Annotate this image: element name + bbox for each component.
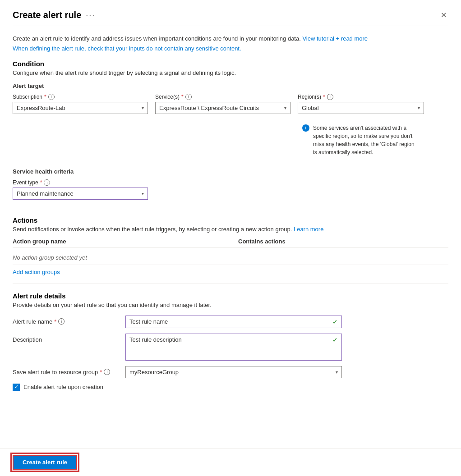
regions-info-box-icon: i [302,124,309,132]
alert-target-fields: Subscription * i ExpressRoute-Lab ▾ Serv… [13,94,448,160]
main-panel: Create alert rule ··· ✕ Create an alert … [0,0,461,476]
col-contains-header: Contains actions [238,238,286,245]
create-alert-rule-button[interactable]: Create alert rule [13,455,77,470]
more-options-icon[interactable]: ··· [86,10,95,20]
rule-name-info-icon[interactable]: i [58,318,65,325]
description-label: Description [13,334,116,343]
condition-section-desc: Configure when the alert rule should tri… [13,69,448,76]
divider-2 [13,284,448,284]
event-type-value: Planned maintenance [17,190,74,197]
regions-dropdown-arrow: ▾ [418,105,420,110]
sensitive-warning: When defining the alert rule, check that… [13,45,448,52]
event-type-info-icon[interactable]: i [44,179,50,186]
event-type-dropdown[interactable]: Planned maintenance ▾ [13,188,148,200]
alert-rule-details-section: Alert rule details Provide details on yo… [13,292,448,391]
regions-info-box-text: Some services aren't associated with a s… [313,124,420,156]
subscription-dropdown[interactable]: ExpressRoute-Lab ▾ [13,102,148,114]
regions-info-box: i Some services aren't associated with a… [298,120,424,160]
event-type-label: Event type * i [13,179,448,186]
rule-name-value: Test rule name [129,318,168,325]
description-value: Test rule description [129,336,182,343]
event-type-field-group: Event type * i Planned maintenance ▾ [13,179,448,200]
regions-label: Region(s) * i [298,94,424,100]
resource-group-info-icon[interactable]: i [104,369,110,375]
resource-group-dropdown[interactable]: myResourceGroup ▾ [125,366,342,378]
details-section-title: Alert rule details [13,292,448,300]
condition-section-title: Condition [13,60,448,68]
regions-info-icon[interactable]: i [327,94,333,100]
services-value: ExpressRoute \ ExpressRoute Circuits [159,105,259,111]
subscription-label: Subscription * i [13,94,148,100]
service-health-label: Service health criteria [13,168,448,175]
service-health-section: Service health criteria Event type * i P… [13,168,448,200]
services-dropdown-arrow: ▾ [284,105,286,110]
resource-group-row: Save alert rule to resource group * i my… [13,366,448,378]
alert-target-label: Alert target [13,82,448,89]
subscription-value: ExpressRoute-Lab [17,105,65,111]
event-type-dropdown-arrow: ▾ [142,191,144,196]
actions-section: Actions Send notifications or invoke act… [13,216,448,275]
subscription-required: * [44,94,46,100]
rule-name-row: Alert rule name * i Test rule name ✓ [13,316,448,328]
intro-text: Create an alert rule to identify and add… [13,34,448,43]
services-required: * [181,94,184,100]
event-type-required: * [40,179,42,186]
actions-table-header: Action group name Contains actions [13,238,448,248]
subscription-info-icon[interactable]: i [48,94,55,100]
description-input[interactable]: Test rule description ✓ [125,334,342,361]
rule-name-required: * [54,318,56,325]
resource-group-label: Save alert rule to resource group * i [13,366,116,375]
regions-value: Global [302,105,319,111]
col-action-group-header: Action group name [13,238,238,245]
footer: Create alert rule [0,448,461,476]
subscription-field-group: Subscription * i ExpressRoute-Lab ▾ [13,94,148,114]
title-row: Create alert rule ··· [13,10,95,20]
rule-name-label: Alert rule name * i [13,316,116,325]
details-section-desc: Provide details on your alert rule so th… [13,302,448,308]
view-tutorial-link[interactable]: View tutorial + read more [302,35,368,42]
divider-1 [13,208,448,208]
resource-group-required: * [100,369,102,375]
page-title: Create alert rule [13,10,81,20]
no-action-text: No action group selected yet [13,251,448,265]
enable-checkbox-row: ✓ Enable alert rule upon creation [13,384,448,391]
enable-checkbox[interactable]: ✓ [13,384,20,391]
actions-section-desc: Send notifications or invoke actions whe… [13,226,448,233]
checkbox-check-icon: ✓ [14,384,18,390]
services-info-icon[interactable]: i [185,94,192,100]
services-field-group: Service(s) * i ExpressRoute \ ExpressRou… [155,94,290,114]
services-label: Service(s) * i [155,94,290,100]
add-action-groups-link[interactable]: Add action groups [13,269,60,275]
enable-label: Enable alert rule upon creation [23,384,103,390]
panel-header: Create alert rule ··· ✕ [13,9,448,26]
close-button[interactable]: ✕ [439,9,448,21]
rule-name-input[interactable]: Test rule name ✓ [125,316,342,328]
regions-dropdown[interactable]: Global ▾ [298,102,424,114]
regions-field-group: Region(s) * i Global ▾ i Some services a… [298,94,424,160]
description-valid-icon: ✓ [332,336,338,343]
actions-section-title: Actions [13,216,448,224]
services-dropdown[interactable]: ExpressRoute \ ExpressRoute Circuits ▾ [155,102,290,114]
learn-more-link[interactable]: Learn more [294,226,323,233]
rule-name-valid-icon: ✓ [332,318,338,325]
description-row: Description Test rule description ✓ [13,334,448,361]
resource-group-dropdown-arrow: ▾ [336,370,338,375]
intro-main: Create an alert rule to identify and add… [13,35,301,42]
regions-required: * [323,94,325,100]
resource-group-value: myResourceGroup [129,369,179,375]
subscription-dropdown-arrow: ▾ [142,105,144,110]
